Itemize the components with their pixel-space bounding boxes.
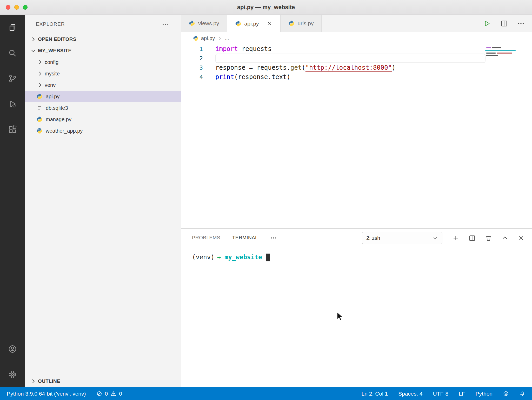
activity-explorer[interactable] [0,15,25,40]
line-number: 1 [181,46,203,52]
chevron-right-icon [37,70,43,77]
breadcrumb-more[interactable]: ... [225,35,229,41]
outline-section[interactable]: OUTLINE [25,375,181,387]
close-tab-icon[interactable] [267,21,272,27]
activity-search[interactable] [0,40,25,66]
indentation-status[interactable]: Spaces: 4 [398,391,422,397]
terminal-cwd: my_website [224,254,262,261]
run-debug-icon [8,99,17,109]
split-terminal-button[interactable] [469,235,476,242]
python-file-icon [36,93,43,100]
encoding-status[interactable]: UTF-8 [433,391,449,397]
activity-source-control[interactable] [0,66,25,91]
activity-settings[interactable] [0,362,25,387]
python-file-icon [189,20,195,27]
split-editor-button[interactable] [500,20,508,27]
language-mode-status[interactable]: Python [476,391,493,397]
editor-more-actions-icon[interactable] [517,20,525,27]
database-file-icon [36,105,43,111]
breadcrumb-file[interactable]: api.py [201,35,215,41]
tree-item-manage-py[interactable]: manage.py [25,114,181,125]
tab-api-py[interactable]: api.py [227,15,281,32]
close-panel-button[interactable] [518,235,525,242]
tab-label: views.py [198,20,219,27]
tree-item-venv[interactable]: venv [25,79,181,91]
editor-region: views.py api.py urls.py [181,15,532,387]
activity-account[interactable] [0,336,25,362]
outline-label: OUTLINE [38,378,60,384]
python-interpreter-status[interactable]: Python 3.9.0 64-bit ('venv': venv) [7,391,86,397]
explorer-more-actions-icon[interactable] [162,20,169,28]
gear-icon [8,370,17,379]
problems-status[interactable]: 0 0 [96,391,122,397]
open-editors-label: OPEN EDITORS [38,36,76,42]
python-file-icon [235,21,241,27]
traffic-lights [6,0,28,15]
line-number: 2 [181,55,203,62]
workspace-root-section[interactable]: MY_WEBSITE [25,45,181,56]
run-python-file-button[interactable] [483,20,491,27]
files-icon [8,23,17,32]
tree-item-mysite[interactable]: mysite [25,68,181,79]
kill-terminal-button[interactable] [485,235,492,242]
activity-run-debug[interactable] [0,91,25,117]
cursor-position-status[interactable]: Ln 2, Col 1 [362,391,388,397]
tree-item-config[interactable]: config [25,56,181,68]
search-icon [8,48,17,58]
panel-tab-problems[interactable]: PROBLEMS [192,229,220,247]
close-window-button[interactable] [6,5,10,10]
open-editors-section[interactable]: OPEN EDITORS [25,34,181,45]
chevron-right-icon [37,82,43,88]
panel-more-actions-icon[interactable] [270,234,277,242]
tab-label: urls.py [298,20,314,27]
code-editor[interactable]: 1 import requests 2 3 response = request… [181,44,532,228]
account-icon [8,344,17,354]
chevron-right-icon [37,59,43,65]
tab-urls-py[interactable]: urls.py [281,15,322,32]
terminal-content[interactable]: (venv)→my_website [181,247,532,261]
vscode-window: api.py — my_website EXPLORER [0,0,532,400]
minimize-window-button[interactable] [14,5,19,10]
tree-item-weather-app-py[interactable]: weather_app.py [25,125,181,137]
code-line: 3 response = requests.get("http://localh… [181,63,532,72]
terminal-cursor [266,254,270,261]
explorer-title: EXPLORER [36,21,65,27]
activity-extensions[interactable] [0,117,25,142]
url-string: "http://localhost:8000" [305,64,392,71]
zoom-window-button[interactable] [23,5,28,10]
panel-actions: 2: zsh [362,232,525,244]
panel-header: PROBLEMS TERMINAL 2: zsh [181,229,532,247]
eol-status[interactable]: LF [459,391,465,397]
line-number: 3 [181,64,203,71]
tree-item-api-py[interactable]: api.py [25,91,181,102]
breadcrumb: api.py ... [181,32,532,44]
activity-bar-bottom [0,336,25,387]
minimap[interactable] [485,46,516,72]
panel-tab-terminal[interactable]: TERMINAL [232,229,258,247]
feedback-smiley-icon[interactable] [503,391,509,397]
new-terminal-button[interactable] [452,235,459,242]
notifications-bell-icon[interactable] [519,391,525,397]
tab-label: api.py [244,21,259,27]
extensions-icon [8,125,17,134]
tree-item-db-sqlite3[interactable]: db.sqlite3 [25,102,181,114]
tab-views-py[interactable]: views.py [181,15,227,32]
warning-icon [110,391,116,397]
current-line-highlight [215,54,486,63]
status-bar-right: Ln 2, Col 1 Spaces: 4 UTF-8 LF Python [362,391,525,397]
code-line: 1 import requests [181,44,532,54]
activity-bar-top [0,15,25,336]
tab-bar: views.py api.py urls.py [181,15,532,32]
activity-bar [0,15,25,387]
status-bar: Python 3.9.0 64-bit ('venv': venv) 0 0 L… [0,387,532,400]
error-icon [96,391,102,397]
maximize-panel-button[interactable] [501,235,508,242]
titlebar[interactable]: api.py — my_website [0,0,532,15]
explorer-header: EXPLORER [25,15,181,34]
code-line: 2 [181,54,532,63]
chevron-down-icon [30,48,36,54]
terminal-prompt-arrow: → [217,254,221,261]
workspace-root-label: MY_WEBSITE [38,48,72,54]
window-title: api.py — my_website [237,4,295,11]
terminal-shell-select[interactable]: 2: zsh [362,232,442,244]
